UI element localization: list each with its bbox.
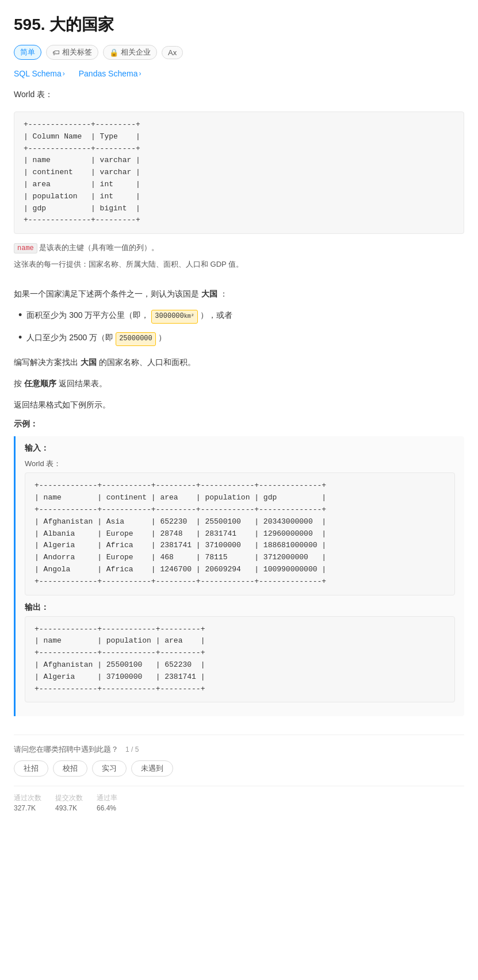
tag-easy[interactable]: 简单: [14, 45, 41, 60]
tag-icon: 🏷: [52, 48, 60, 57]
bullet-1-dot: •: [18, 308, 22, 322]
stats-row: 通过次数 327.7K 提交次数 493.7K 通过率 66.4%: [14, 786, 464, 812]
input-world-label: World 表：: [25, 457, 455, 470]
survey-section: 请问您在哪类招聘中遇到此题？ 1 / 5 社招 校招 实习 未遇到 通过次数 3…: [14, 735, 464, 812]
condition-2-text: 人口至少为 2500 万（即 25000000 ）: [26, 330, 166, 346]
condition-item-2: • 人口至少为 2500 万（即 25000000 ）: [18, 330, 464, 346]
order-text: 按 任意顺序 返回结果表。: [14, 376, 464, 391]
population-value-badge: 25000000: [116, 332, 156, 346]
survey-question: 请问您在哪类招聘中遇到此题？ 1 / 5: [14, 744, 464, 755]
output-table: +-------------+------------+---------+ |…: [25, 616, 455, 703]
sql-schema-link[interactable]: SQL Schema ›: [14, 69, 65, 78]
key-inline: name: [14, 243, 37, 253]
condition-item-1: • 面积至少为 300 万平方公里（即， 3000000 km² ），或者: [18, 308, 464, 324]
lock-icon: 🔒: [109, 48, 118, 57]
stats-submit-value: 493.7K: [55, 804, 83, 812]
chevron-right-icon: ›: [63, 70, 65, 78]
survey-buttons: 社招 校招 实习 未遇到: [14, 760, 464, 777]
example-box: 输入： World 表： +-------------+-----------+…: [14, 436, 464, 716]
input-table: +-------------+-----------+---------+---…: [25, 472, 455, 595]
survey-count: 1 / 5: [125, 745, 139, 754]
conditions-list: • 面积至少为 300 万平方公里（即， 3000000 km² ），或者 • …: [18, 308, 464, 345]
pandas-schema-link[interactable]: Pandas Schema ›: [79, 69, 142, 78]
world-table-label: World 表：: [14, 90, 464, 100]
survey-btn-campus[interactable]: 校招: [53, 760, 87, 777]
stats-rate-value: 66.4%: [97, 804, 117, 812]
task-text: 编写解决方案找出 大国 的国家名称、人口和面积。: [14, 355, 464, 370]
format-text: 返回结果格式如下例所示。: [14, 398, 464, 412]
key-note-1: name 是该表的主键（具有唯一值的列）。: [14, 241, 464, 255]
key-note-2: 这张表的每一行提供：国家名称、所属大陆、面积、人口和 GDP 值。: [14, 258, 464, 271]
bullet-2-dot: •: [18, 330, 22, 345]
example-title: 示例：: [14, 419, 464, 429]
stats-pass-rate: 通过率 66.4%: [97, 793, 117, 812]
condition-intro: 如果一个国家满足下述两个条件之一，则认为该国是 大国 ：: [14, 287, 464, 301]
key-notes: name 是该表的主键（具有唯一值的列）。 这张表的每一行提供：国家名称、所属大…: [14, 241, 464, 271]
example-section: 示例： 输入： World 表： +-------------+--------…: [14, 419, 464, 716]
input-label: 输入：: [25, 443, 455, 454]
area-value-badge: 3000000 km²: [151, 310, 197, 324]
tag-bar: 简单 🏷 相关标签 🔒 相关企业 Ax: [14, 45, 464, 60]
survey-btn-social[interactable]: 社招: [14, 760, 48, 777]
schema-links: SQL Schema › Pandas Schema ›: [14, 69, 464, 78]
chevron-right-icon-2: ›: [139, 70, 141, 78]
survey-btn-none[interactable]: 未遇到: [131, 760, 173, 777]
stats-pass-label: 通过次数: [14, 793, 41, 803]
stats-pass-value: 327.7K: [14, 804, 41, 812]
stats-submit-count: 提交次数 493.7K: [55, 793, 83, 812]
tag-ax[interactable]: Ax: [162, 46, 183, 59]
stats-rate-label: 通过率: [97, 793, 117, 803]
condition-1-text: 面积至少为 300 万平方公里（即， 3000000 km² ），或者: [26, 308, 232, 324]
output-label: 输出：: [25, 602, 455, 613]
survey-btn-intern[interactable]: 实习: [92, 760, 127, 777]
stats-submit-label: 提交次数: [55, 793, 83, 803]
tag-related-tags[interactable]: 🏷 相关标签: [46, 45, 98, 60]
tag-related-companies[interactable]: 🔒 相关企业: [103, 45, 157, 60]
stats-pass-count: 通过次数 327.7K: [14, 793, 41, 812]
page-title: 595. 大的国家: [14, 14, 464, 36]
schema-table: +--------------+---------+ | Column Name…: [14, 112, 464, 234]
